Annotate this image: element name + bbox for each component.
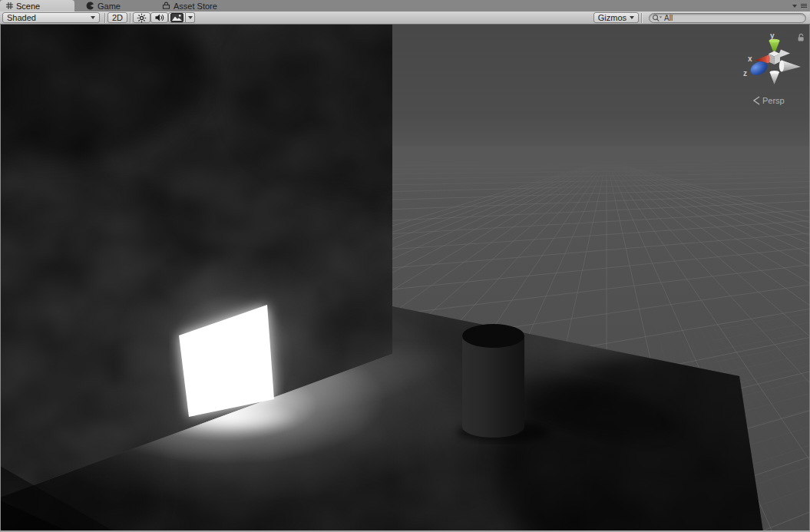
game-view-icon: [86, 2, 94, 10]
search-input[interactable]: [664, 14, 802, 22]
unity-editor-window: Scene Game Asset Store Shaded 2D: [0, 0, 810, 532]
viewport-frame: [0, 25, 1, 532]
tab-game[interactable]: Game: [74, 0, 150, 12]
shading-mode-label: Shaded: [7, 13, 36, 22]
toolbar-separator: [104, 13, 105, 23]
dropdown-arrow-icon: [630, 16, 634, 19]
effects-dropdown-button[interactable]: [186, 12, 195, 23]
shading-mode-dropdown[interactable]: Shaded: [2, 12, 100, 23]
scene-lighting-button[interactable]: [133, 12, 150, 23]
image-icon: [170, 13, 183, 22]
gizmo-center-cube[interactable]: [769, 51, 780, 65]
effects-toggle-button[interactable]: [168, 12, 186, 23]
tab-scene[interactable]: Scene: [0, 0, 74, 12]
scene-audio-button[interactable]: [150, 12, 168, 23]
scene-3d-canvas[interactable]: [0, 25, 810, 532]
toggle-2d-button[interactable]: 2D: [107, 12, 127, 23]
toggle-2d-label: 2D: [112, 13, 123, 22]
gizmos-dropdown[interactable]: Gizmos: [593, 12, 639, 23]
lock-open-icon: [797, 32, 806, 42]
tab-game-label: Game: [98, 2, 121, 11]
scene-grid-icon: [6, 2, 13, 9]
tabbar-window-controls: [792, 0, 810, 12]
toolbar-separator: [130, 13, 131, 23]
speaker-icon: [154, 13, 164, 22]
scene-search-field[interactable]: [649, 13, 806, 23]
scene-viewport[interactable]: y x z Persp: [0, 25, 810, 532]
sceneview-toolbar: Shaded 2D: [0, 12, 810, 25]
tab-scene-label: Scene: [16, 2, 40, 11]
toolbar-separator: [641, 13, 642, 23]
dropdown-arrow-icon: [188, 16, 193, 19]
axis-neg-x-cone-icon[interactable]: [779, 61, 801, 72]
tab-menu-icon[interactable]: [801, 4, 807, 8]
cylinder-top-cap: [462, 324, 524, 348]
search-icon: [652, 14, 663, 22]
projection-label: Persp: [762, 96, 785, 105]
tab-dropdown-icon[interactable]: [792, 5, 797, 8]
dropdown-arrow-icon: [91, 16, 95, 19]
tab-asset-store-label: Asset Store: [174, 2, 217, 11]
asset-store-icon: [162, 2, 170, 10]
horizon-fade: [345, 146, 810, 203]
sun-icon: [137, 13, 147, 23]
view-tabbar: Scene Game Asset Store: [0, 0, 810, 12]
perspective-icon: [753, 96, 760, 105]
tab-asset-store[interactable]: Asset Store: [150, 0, 226, 12]
axis-z-label: z: [743, 69, 747, 78]
gizmos-label: Gizmos: [598, 13, 627, 22]
axis-neg-y-cone-icon[interactable]: [770, 71, 780, 84]
axis-y-label: y: [770, 31, 775, 40]
gizmo-lock[interactable]: [797, 31, 808, 42]
axis-x-label: x: [748, 55, 752, 63]
projection-toggle[interactable]: Persp: [753, 96, 785, 105]
